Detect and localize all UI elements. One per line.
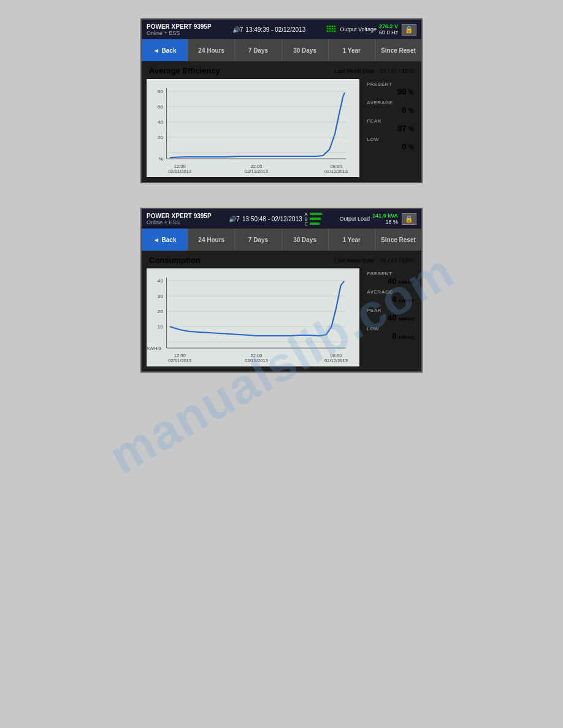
abc-bar-a: A	[305, 212, 322, 216]
panel2-content: Consumption Last Reset Date: 01 / 01 / 1…	[142, 251, 421, 371]
panel2-tab-1y-label: 1 Year	[343, 237, 361, 243]
svg-text:kWH/d: kWH/d	[147, 346, 161, 351]
panel-1: POWER XPERT 9395P Online + ESS 🔊7 13:49:…	[140, 18, 423, 183]
panel1-tab-back[interactable]: ◄ Back	[142, 39, 188, 61]
panel1-header-center: 🔊7 13:49:39 - 02/12/2013	[232, 26, 305, 33]
panel1-header-right: Output Voltage 276.2 V 60.0 Hz 🔒	[326, 23, 416, 36]
svg-text:20: 20	[157, 134, 163, 140]
svg-text:02/11/2013: 02/11/2013	[245, 358, 268, 363]
panel2-chart-svg: 40 30 20 10 kWH/d 12:00 02/11/2013 22:00…	[147, 268, 359, 366]
panel2-stat-low: LOW 0 kWH/d	[367, 326, 414, 341]
panel2-header-left: POWER XPERT 9395P Online + ESS	[147, 213, 212, 226]
panel2-speaker-icon: 🔊7	[229, 216, 240, 222]
panel1-output-info: Output Voltage 276.2 V 60.0 Hz	[340, 23, 398, 36]
panel1-tab-1y-label: 1 Year	[343, 47, 361, 54]
panel1-average-label: AVERAGE	[367, 100, 414, 105]
panel2-tab-30d[interactable]: 30 Days	[282, 229, 329, 251]
svg-text:60: 60	[157, 104, 163, 110]
panel1-tab-since-label: Since Reset	[381, 47, 416, 54]
panel2-tab-24h-label: 24 Hours	[198, 237, 224, 243]
svg-text:10: 10	[157, 324, 163, 330]
panel1-tab-1y[interactable]: 1 Year	[329, 39, 375, 61]
panel1-header: POWER XPERT 9395P Online + ESS 🔊7 13:49:…	[142, 20, 421, 39]
panel1-low-value: 0 %	[367, 142, 414, 151]
panel2-lock-icon[interactable]: 🔒	[402, 213, 416, 225]
svg-text:02/11/2013: 02/11/2013	[245, 169, 268, 174]
svg-text:20: 20	[157, 308, 163, 314]
panel1-tab-24h[interactable]: 24 Hours	[188, 39, 235, 61]
panel2-tab-24h[interactable]: 24 Hours	[188, 229, 235, 251]
panel1-tab-30d[interactable]: 30 Days	[282, 39, 329, 61]
panel2-average-label: AVERAGE	[367, 289, 414, 295]
panel1-present-value: 99 %	[367, 87, 414, 96]
panel2-average-value: 4 kWH/d	[367, 295, 414, 304]
panel2-present-label: PRESENT	[367, 271, 414, 276]
panel1-tab-7d[interactable]: 7 Days	[235, 39, 282, 61]
panel2-tab-since-label: Since Reset	[381, 237, 416, 243]
panel1-tab-since[interactable]: Since Reset	[375, 39, 421, 61]
panel2-datetime: 13:50:48 - 02/12/2013	[242, 216, 302, 222]
panel1-subtitle: Online + ESS	[147, 30, 212, 36]
svg-rect-0	[147, 79, 359, 177]
panel2-tab-1y[interactable]: 1 Year	[329, 229, 375, 251]
panel2-abc-indicator: A B C	[305, 212, 322, 226]
panel1-stats-panel: PRESENT 99 % AVERAGE 6 %	[364, 79, 416, 177]
panel1-back-label: Back	[162, 47, 177, 54]
panel2-low-label: LOW	[367, 326, 414, 332]
abc-bar-b: B	[305, 217, 322, 221]
panel1-chart-svg: 80 60 40 20 % 12:00 02/11/2013 22:00 02/…	[147, 79, 359, 177]
panel2-back-label: Back	[162, 237, 177, 243]
panel1-average-value: 6 %	[367, 105, 414, 115]
panel2-output-value: 141.9 kVA	[372, 213, 398, 219]
abc-fill-c	[310, 222, 320, 225]
panel2-tab-since[interactable]: Since Reset	[375, 229, 421, 251]
panel1-back-arrow: ◄	[153, 47, 159, 54]
panel2-output-label: Output Load	[340, 216, 370, 222]
panel2-peak-value: 40 kWH/d	[367, 313, 414, 322]
panel1-stat-low: LOW 0 %	[367, 137, 414, 151]
panel1-lock-icon[interactable]: 🔒	[402, 24, 416, 36]
panel-2: POWER XPERT 9395P Online + ESS 🔊7 13:50:…	[140, 208, 423, 373]
panel2-peak-label: PEAK	[367, 308, 414, 313]
panel2-output-info: Output Load 141.9 kVA 18 %	[340, 213, 398, 225]
panel1-peak-value: 87 %	[367, 124, 414, 133]
panel2-tab-7d-label: 7 Days	[248, 237, 268, 243]
panel2-stat-average: AVERAGE 4 kWH/d	[367, 289, 414, 304]
panel1-chart-stats: 80 60 40 20 % 12:00 02/11/2013 22:00 02/…	[147, 79, 416, 177]
panel2-subtitle: Online + ESS	[147, 219, 212, 226]
panel2-low-value: 0 kWH/d	[367, 332, 414, 341]
panel2-stat-present: PRESENT 40 kWH/d	[367, 271, 414, 286]
panel1-chart-title: Average Efficiency	[149, 66, 220, 75]
panel2-stat-peak: PEAK 40 kWH/d	[367, 308, 414, 322]
panel1-tab-30d-label: 30 Days	[293, 47, 316, 54]
panel1-datetime: 13:49:39 - 02/12/2013	[245, 26, 305, 33]
svg-text:40: 40	[157, 278, 163, 284]
panel1-header-left: POWER XPERT 9395P Online + ESS	[147, 23, 212, 36]
svg-text:02/11/2013: 02/11/2013	[168, 169, 191, 174]
panel2-title-row: Consumption Last Reset Date: 01 / 01 / 1…	[147, 256, 416, 265]
panel2-chart-stats: 40 30 20 10 kWH/d 12:00 02/11/2013 22:00…	[147, 268, 416, 366]
panel1-present-label: PRESENT	[367, 82, 414, 87]
panel2-chart-title: Consumption	[149, 256, 201, 265]
panel2-present-value: 40 kWH/d	[367, 276, 414, 286]
svg-text:30: 30	[157, 293, 163, 299]
panel1-tab-bar: ◄ Back 24 Hours 7 Days 30 Days 1 Year Si…	[142, 39, 421, 61]
panel2-back-arrow: ◄	[153, 237, 159, 243]
panel1-hz: 60.0 Hz	[379, 29, 398, 36]
panel2-pct: 18 %	[385, 219, 398, 225]
page-wrapper: manualslib.com POWER XPERT 9395P Online …	[0, 0, 563, 728]
svg-text:02/11/2013: 02/11/2013	[168, 358, 191, 363]
panel1-reset-date: Last Reset Date: 01 / 01 / 1970	[334, 68, 414, 74]
svg-text:40: 40	[157, 119, 163, 125]
panel1-peak-label: PEAK	[367, 118, 414, 124]
panel1-tab-24h-label: 24 Hours	[198, 47, 224, 54]
panel2-header-center: 🔊7 13:50:48 - 02/12/2013 A B C	[229, 212, 321, 226]
panel2-tab-7d[interactable]: 7 Days	[235, 229, 282, 251]
svg-text:02/12/2013: 02/12/2013	[324, 169, 348, 174]
panel2-tab-back[interactable]: ◄ Back	[142, 229, 188, 251]
panel1-output-value: 276.2 V	[379, 23, 398, 29]
panel2-tab-30d-label: 30 Days	[293, 237, 316, 243]
panel1-stat-present: PRESENT 99 %	[367, 82, 414, 96]
panel1-title-row: Average Efficiency Last Reset Date: 01 /…	[147, 66, 416, 75]
panel1-output-label: Output Voltage	[340, 26, 377, 32]
